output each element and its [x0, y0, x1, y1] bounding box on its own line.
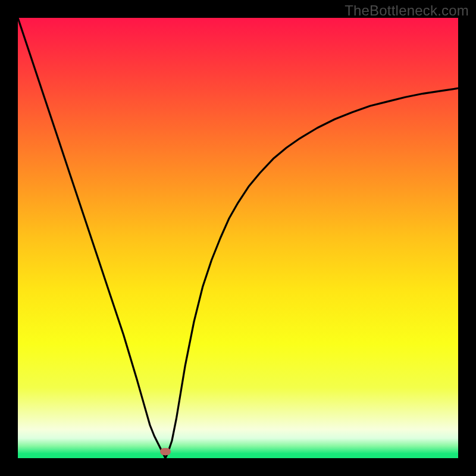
watermark-label: TheBottleneck.com — [345, 2, 469, 19]
curve-plot — [18, 18, 458, 458]
chart-frame: TheBottleneck.com — [0, 0, 476, 476]
plot-area — [18, 18, 458, 458]
curve-path — [18, 18, 458, 458]
minimum-marker — [160, 448, 171, 455]
